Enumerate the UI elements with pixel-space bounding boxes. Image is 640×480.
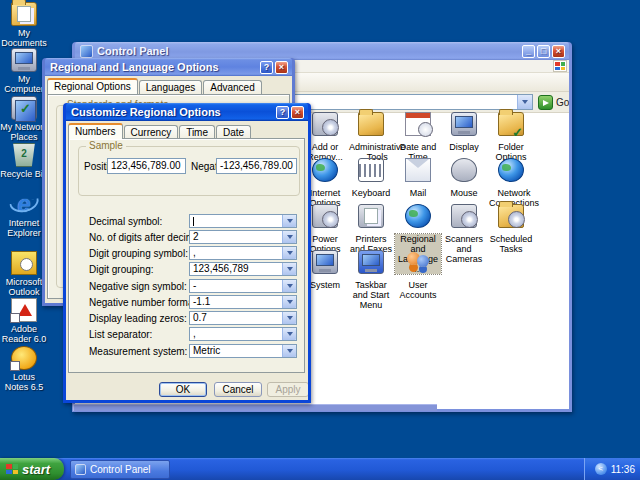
- cp-item-user-accounts[interactable]: User Accounts: [395, 248, 441, 300]
- scanners-and-cameras-icon: [451, 204, 477, 228]
- my-documents-icon: [11, 2, 37, 26]
- close-button[interactable]: ×: [552, 45, 565, 58]
- cp-item-folder-options[interactable]: Folder Options: [488, 110, 534, 162]
- cp-item-display[interactable]: Display: [441, 110, 487, 152]
- chevron-down-icon[interactable]: [282, 312, 296, 324]
- cp-item-mail[interactable]: Mail: [395, 156, 441, 198]
- desktop-icon-lotus-notes[interactable]: Lotus Notes 6.5: [0, 346, 48, 392]
- tab-date[interactable]: Date: [216, 125, 251, 139]
- customize-dialog-tabs: Numbers Currency Time Date: [68, 123, 252, 139]
- apply-button[interactable]: Apply: [267, 382, 308, 397]
- dialog-title: Regional and Language Options: [50, 61, 258, 73]
- chevron-down-icon[interactable]: [282, 215, 296, 227]
- digit-grouping-symbol-combo[interactable]: ,: [189, 246, 297, 260]
- taskbar-task-control-panel[interactable]: Control Panel: [70, 460, 170, 479]
- tab-numbers[interactable]: Numbers: [68, 123, 123, 139]
- window-title: Control Panel: [97, 45, 520, 57]
- hide-icons-chevron-icon[interactable]: <: [595, 463, 607, 475]
- windows-logo-icon: [553, 60, 567, 72]
- desktop-icon-internet-explorer[interactable]: e Internet Explorer: [0, 192, 48, 238]
- decimal-symbol-combo[interactable]: [189, 214, 297, 228]
- scheduled-tasks-icon: [498, 204, 524, 228]
- tab-languages[interactable]: Languages: [139, 80, 203, 94]
- digit-grouping-combo[interactable]: 123,456,789: [189, 262, 297, 276]
- cp-item-label: Scanners and Cameras: [441, 234, 487, 264]
- close-button[interactable]: ×: [291, 106, 304, 119]
- desktop-icon-my-documents[interactable]: My Documents: [0, 2, 48, 48]
- administrative-tools-icon: [358, 112, 384, 136]
- customize-dialog-title-bar[interactable]: Customize Regional Options ? ×: [66, 103, 308, 121]
- go-arrow-icon: [538, 95, 553, 110]
- cp-item-label: System: [309, 280, 341, 290]
- desktop-icon-label: Internet Explorer: [0, 218, 48, 238]
- chevron-down-icon[interactable]: [282, 345, 296, 357]
- chevron-down-icon[interactable]: [282, 296, 296, 308]
- desktop-icon-microsoft-outlook[interactable]: Microsoft Outlook: [0, 251, 48, 297]
- control-panel-window-icon: [80, 45, 93, 58]
- desktop-icon-label: Microsoft Outlook: [0, 277, 48, 297]
- measurement-system-combo[interactable]: Metric: [189, 344, 297, 358]
- help-button[interactable]: ?: [260, 61, 273, 74]
- maximize-button[interactable]: □: [537, 45, 550, 58]
- minimize-button[interactable]: _: [522, 45, 535, 58]
- desktop-icon-adobe-reader[interactable]: Adobe Reader 6.0: [0, 298, 48, 344]
- go-button[interactable]: Go: [538, 94, 569, 110]
- cancel-button[interactable]: Cancel: [214, 382, 262, 397]
- desktop-icon-label: My Documents: [0, 28, 48, 48]
- group-caption: Sample: [86, 140, 126, 151]
- chevron-down-icon[interactable]: [282, 263, 296, 275]
- customize-dialog-body: Numbers Currency Time Date Sample Positi…: [66, 121, 308, 400]
- cp-item-administrative-tools[interactable]: Administrative Tools: [348, 110, 394, 162]
- cp-item-taskbar-and-start-menu[interactable]: Taskbar and Start Menu: [348, 248, 394, 310]
- regional-dialog-title-bar[interactable]: Regional and Language Options ? ×: [45, 58, 292, 76]
- chevron-down-icon[interactable]: [282, 328, 296, 340]
- negative-sample-field[interactable]: -123,456,789.00: [216, 158, 297, 174]
- tab-advanced[interactable]: Advanced: [203, 80, 261, 94]
- tab-currency[interactable]: Currency: [124, 125, 179, 139]
- tab-time[interactable]: Time: [179, 125, 215, 139]
- chevron-down-icon[interactable]: [282, 280, 296, 292]
- digits-after-decimal-combo[interactable]: 2: [189, 230, 297, 244]
- ok-button[interactable]: OK: [159, 382, 207, 397]
- folder-options-icon: [498, 112, 524, 136]
- adobe-reader-icon: [11, 298, 37, 322]
- recycle-bin-icon: [11, 143, 37, 167]
- list-separator-combo[interactable]: ,: [189, 327, 297, 341]
- internet-explorer-icon: e: [11, 192, 37, 216]
- mouse-icon: [451, 158, 477, 182]
- network-connections-icon: [498, 158, 524, 182]
- cp-item-scanners-and-cameras[interactable]: Scanners and Cameras: [441, 202, 487, 264]
- negative-sign-symbol-label: Negative sign symbol:: [89, 281, 187, 292]
- desktop-icon-my-computer[interactable]: My Computer: [0, 48, 48, 94]
- cp-item-scheduled-tasks[interactable]: Scheduled Tasks: [488, 202, 534, 254]
- chevron-down-icon[interactable]: [282, 247, 296, 259]
- cp-item-keyboard[interactable]: Keyboard: [348, 156, 394, 198]
- cp-item-mouse[interactable]: Mouse: [441, 156, 487, 198]
- negative-number-format-label: Negative number format:: [89, 297, 199, 308]
- mail-icon: [405, 158, 431, 182]
- power-options-icon: [312, 204, 338, 228]
- address-dropdown-icon[interactable]: [517, 95, 532, 109]
- cp-item-date-and-time[interactable]: Date and Time: [395, 110, 441, 162]
- digit-grouping-label: Digit grouping:: [89, 264, 153, 275]
- display-icon: [451, 112, 477, 136]
- start-button[interactable]: start: [0, 458, 64, 480]
- measurement-system-label: Measurement system:: [89, 346, 187, 357]
- cp-item-label: Scheduled Tasks: [488, 234, 534, 254]
- cp-item-printers-and-faxes[interactable]: Printers and Faxes: [348, 202, 394, 254]
- chevron-down-icon[interactable]: [282, 231, 296, 243]
- negative-number-format-combo[interactable]: -1.1: [189, 295, 297, 309]
- positive-sample-field[interactable]: 123,456,789.00: [107, 158, 186, 174]
- display-leading-zeros-combo[interactable]: 0.7: [189, 311, 297, 325]
- regional-and-language-icon: [405, 204, 431, 228]
- desktop-icon-recycle-bin[interactable]: Recycle Bin: [0, 143, 48, 179]
- help-button[interactable]: ?: [276, 106, 289, 119]
- desktop-icon-my-network-places[interactable]: My Network Places: [0, 96, 48, 142]
- digit-grouping-symbol-label: Digit grouping symbol:: [89, 248, 188, 259]
- windows-flag-icon: [5, 463, 19, 475]
- desktop-icon-label: Recycle Bin: [0, 169, 48, 179]
- tab-regional-options[interactable]: Regional Options: [47, 78, 138, 94]
- printers-and-faxes-icon: [358, 204, 384, 228]
- negative-sign-symbol-combo[interactable]: -: [189, 279, 297, 293]
- close-button[interactable]: ×: [275, 61, 288, 74]
